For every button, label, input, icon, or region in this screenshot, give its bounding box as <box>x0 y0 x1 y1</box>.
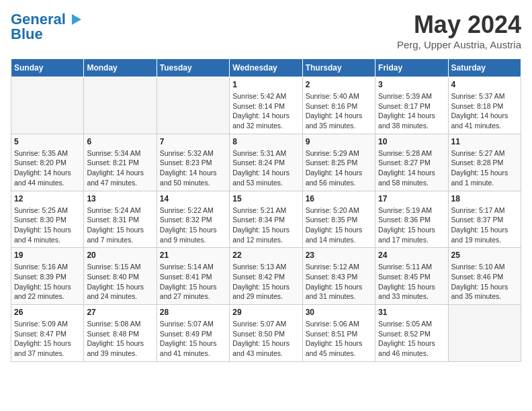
calendar-cell: 5Sunrise: 5:35 AMSunset: 8:20 PMDaylight… <box>11 134 84 191</box>
day-number: 15 <box>232 194 299 203</box>
day-number: 11 <box>451 137 518 146</box>
day-info: Sunrise: 5:32 AMSunset: 8:23 PMDaylight:… <box>160 148 226 188</box>
day-number: 12 <box>14 194 81 203</box>
weekday-header-sunday: Sunday <box>11 59 84 77</box>
day-number: 9 <box>306 137 372 146</box>
day-info: Sunrise: 5:29 AMSunset: 8:25 PMDaylight:… <box>306 148 372 188</box>
day-info: Sunrise: 5:42 AMSunset: 8:14 PMDaylight:… <box>232 91 299 131</box>
day-number: 31 <box>378 308 445 317</box>
title-block: May 2024 Perg, Upper Austria, Austria <box>397 11 521 50</box>
day-info: Sunrise: 5:07 AMSunset: 8:49 PMDaylight:… <box>160 319 226 359</box>
day-info: Sunrise: 5:05 AMSunset: 8:52 PMDaylight:… <box>378 319 445 359</box>
day-info: Sunrise: 5:10 AMSunset: 8:46 PMDaylight:… <box>451 262 518 302</box>
calendar-cell: 19Sunrise: 5:16 AMSunset: 8:39 PMDayligh… <box>11 248 84 305</box>
day-info: Sunrise: 5:37 AMSunset: 8:18 PMDaylight:… <box>451 91 518 131</box>
calendar-cell: 8Sunrise: 5:31 AMSunset: 8:24 PMDaylight… <box>230 134 302 191</box>
calendar-cell: 4Sunrise: 5:37 AMSunset: 8:18 PMDaylight… <box>448 77 521 134</box>
day-number: 4 <box>451 80 518 89</box>
day-info: Sunrise: 5:20 AMSunset: 8:35 PMDaylight:… <box>306 205 372 245</box>
calendar-cell: 13Sunrise: 5:24 AMSunset: 8:31 PMDayligh… <box>84 191 157 248</box>
day-number: 10 <box>378 137 445 146</box>
day-info: Sunrise: 5:11 AMSunset: 8:45 PMDaylight:… <box>378 262 445 302</box>
day-number: 22 <box>232 250 299 260</box>
calendar-cell: 12Sunrise: 5:25 AMSunset: 8:30 PMDayligh… <box>11 191 84 248</box>
calendar-cell <box>157 77 229 134</box>
calendar-week-2: 5Sunrise: 5:35 AMSunset: 8:20 PMDaylight… <box>11 134 521 191</box>
calendar-cell: 17Sunrise: 5:19 AMSunset: 8:36 PMDayligh… <box>375 191 448 248</box>
main-title: May 2024 <box>397 11 521 39</box>
calendar-cell: 30Sunrise: 5:06 AMSunset: 8:51 PMDayligh… <box>302 305 375 362</box>
logo: General Blue <box>11 11 83 43</box>
day-number: 3 <box>378 80 445 89</box>
day-number: 24 <box>378 250 445 260</box>
calendar-body: 1Sunrise: 5:42 AMSunset: 8:14 PMDaylight… <box>11 77 521 362</box>
calendar-week-1: 1Sunrise: 5:42 AMSunset: 8:14 PMDaylight… <box>11 77 521 134</box>
calendar-cell <box>448 305 521 362</box>
calendar-cell: 21Sunrise: 5:14 AMSunset: 8:41 PMDayligh… <box>157 248 229 305</box>
calendar-week-3: 12Sunrise: 5:25 AMSunset: 8:30 PMDayligh… <box>11 191 521 248</box>
weekday-row: SundayMondayTuesdayWednesdayThursdayFrid… <box>11 59 521 77</box>
calendar-cell: 11Sunrise: 5:27 AMSunset: 8:28 PMDayligh… <box>448 134 521 191</box>
day-info: Sunrise: 5:27 AMSunset: 8:28 PMDaylight:… <box>451 148 518 188</box>
day-number: 27 <box>87 308 153 317</box>
calendar-cell: 31Sunrise: 5:05 AMSunset: 8:52 PMDayligh… <box>375 305 448 362</box>
day-number: 23 <box>306 250 372 260</box>
day-number: 5 <box>14 137 81 146</box>
day-info: Sunrise: 5:16 AMSunset: 8:39 PMDaylight:… <box>14 262 81 302</box>
day-info: Sunrise: 5:28 AMSunset: 8:27 PMDaylight:… <box>378 148 445 188</box>
calendar-cell: 27Sunrise: 5:08 AMSunset: 8:48 PMDayligh… <box>84 305 157 362</box>
calendar-cell: 6Sunrise: 5:34 AMSunset: 8:21 PMDaylight… <box>84 134 157 191</box>
weekday-header-thursday: Thursday <box>302 59 375 77</box>
day-number: 29 <box>232 308 299 317</box>
calendar-cell: 23Sunrise: 5:12 AMSunset: 8:43 PMDayligh… <box>302 248 375 305</box>
svg-marker-0 <box>72 14 81 25</box>
calendar-cell: 7Sunrise: 5:32 AMSunset: 8:23 PMDaylight… <box>157 134 229 191</box>
day-number: 14 <box>160 194 226 203</box>
day-info: Sunrise: 5:21 AMSunset: 8:34 PMDaylight:… <box>232 205 299 245</box>
day-info: Sunrise: 5:39 AMSunset: 8:17 PMDaylight:… <box>378 91 445 131</box>
day-info: Sunrise: 5:07 AMSunset: 8:50 PMDaylight:… <box>232 319 299 359</box>
day-number: 20 <box>87 250 153 260</box>
calendar-cell <box>84 77 157 134</box>
calendar-cell: 15Sunrise: 5:21 AMSunset: 8:34 PMDayligh… <box>230 191 302 248</box>
calendar-cell: 10Sunrise: 5:28 AMSunset: 8:27 PMDayligh… <box>375 134 448 191</box>
calendar-cell: 20Sunrise: 5:15 AMSunset: 8:40 PMDayligh… <box>84 248 157 305</box>
calendar-cell: 14Sunrise: 5:22 AMSunset: 8:32 PMDayligh… <box>157 191 229 248</box>
calendar-week-4: 19Sunrise: 5:16 AMSunset: 8:39 PMDayligh… <box>11 248 521 305</box>
day-number: 19 <box>14 250 81 260</box>
day-info: Sunrise: 5:15 AMSunset: 8:40 PMDaylight:… <box>87 262 153 302</box>
day-info: Sunrise: 5:35 AMSunset: 8:20 PMDaylight:… <box>14 148 81 188</box>
day-info: Sunrise: 5:34 AMSunset: 8:21 PMDaylight:… <box>87 148 153 188</box>
day-number: 8 <box>232 137 299 146</box>
day-number: 6 <box>87 137 153 146</box>
calendar-week-5: 26Sunrise: 5:09 AMSunset: 8:47 PMDayligh… <box>11 305 521 362</box>
calendar-cell: 22Sunrise: 5:13 AMSunset: 8:42 PMDayligh… <box>230 248 302 305</box>
day-info: Sunrise: 5:24 AMSunset: 8:31 PMDaylight:… <box>87 205 153 245</box>
day-info: Sunrise: 5:40 AMSunset: 8:16 PMDaylight:… <box>306 91 372 131</box>
logo-blue-line: Blue <box>11 26 43 43</box>
calendar-cell: 16Sunrise: 5:20 AMSunset: 8:35 PMDayligh… <box>302 191 375 248</box>
day-info: Sunrise: 5:14 AMSunset: 8:41 PMDaylight:… <box>160 262 226 302</box>
day-number: 18 <box>451 194 518 203</box>
subtitle: Perg, Upper Austria, Austria <box>397 39 521 50</box>
calendar-cell: 3Sunrise: 5:39 AMSunset: 8:17 PMDaylight… <box>375 77 448 134</box>
weekday-header-friday: Friday <box>375 59 448 77</box>
day-info: Sunrise: 5:06 AMSunset: 8:51 PMDaylight:… <box>306 319 372 359</box>
logo-arrow-icon <box>71 11 83 28</box>
day-info: Sunrise: 5:12 AMSunset: 8:43 PMDaylight:… <box>306 262 372 302</box>
weekday-header-monday: Monday <box>84 59 157 77</box>
day-number: 30 <box>306 308 372 317</box>
day-number: 25 <box>451 250 518 260</box>
day-number: 28 <box>160 308 226 317</box>
calendar-table: SundayMondayTuesdayWednesdayThursdayFrid… <box>11 58 521 362</box>
day-number: 16 <box>306 194 372 203</box>
day-number: 21 <box>160 250 226 260</box>
weekday-header-wednesday: Wednesday <box>230 59 302 77</box>
day-number: 13 <box>87 194 153 203</box>
day-number: 26 <box>14 308 81 317</box>
day-info: Sunrise: 5:13 AMSunset: 8:42 PMDaylight:… <box>232 262 299 302</box>
calendar-cell: 9Sunrise: 5:29 AMSunset: 8:25 PMDaylight… <box>302 134 375 191</box>
day-info: Sunrise: 5:31 AMSunset: 8:24 PMDaylight:… <box>232 148 299 188</box>
calendar-cell: 28Sunrise: 5:07 AMSunset: 8:49 PMDayligh… <box>157 305 229 362</box>
day-info: Sunrise: 5:17 AMSunset: 8:37 PMDaylight:… <box>451 205 518 245</box>
